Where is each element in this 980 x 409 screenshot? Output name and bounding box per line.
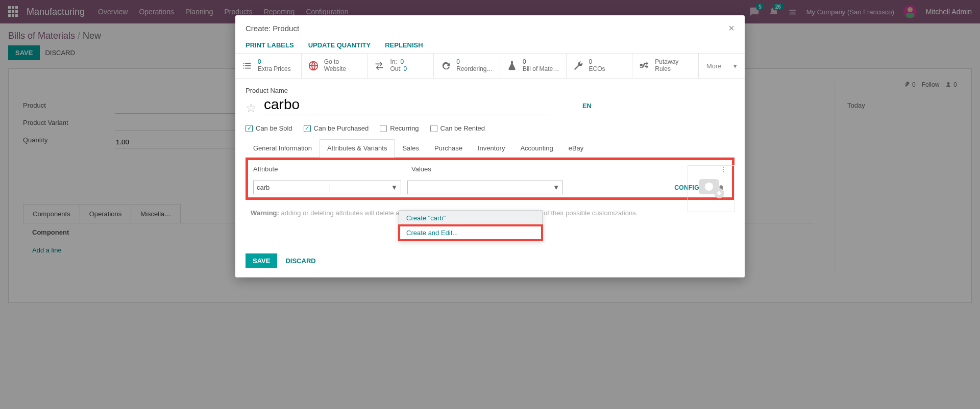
tab-general-info[interactable]: General Information xyxy=(246,139,320,157)
product-name-label: Product Name xyxy=(246,87,734,94)
create-product-modal: Create: Product × PRINT LABELS UPDATE QU… xyxy=(235,15,745,277)
chevron-down-icon: ▾ xyxy=(733,62,737,70)
check-recurring[interactable]: ✓Recurring xyxy=(380,124,419,132)
values-input[interactable]: ▼ xyxy=(407,181,563,194)
attribute-input[interactable]: carb ▼ xyxy=(253,181,401,194)
refresh-icon xyxy=(440,60,451,71)
tab-sales[interactable]: Sales xyxy=(395,139,427,157)
check-can-be-sold[interactable]: ✓Can be Sold xyxy=(246,124,292,132)
attribute-dropdown: Create "carb" Create and Edit... xyxy=(399,210,543,241)
stat-more[interactable]: More ▾ xyxy=(699,54,745,78)
check-can-be-rented[interactable]: ✓Can be Rented xyxy=(430,124,485,132)
dropdown-create-edit[interactable]: Create and Edit... xyxy=(399,225,542,240)
lang-indicator[interactable]: EN xyxy=(582,102,734,110)
stat-bom[interactable]: 0Bill of Mate… xyxy=(500,54,567,78)
favorite-star-icon[interactable]: ☆ xyxy=(246,101,257,115)
tab-accounting[interactable]: Accounting xyxy=(512,139,560,157)
stat-website[interactable]: Go toWebsite xyxy=(302,54,368,78)
modal-save-button[interactable]: SAVE xyxy=(246,253,277,268)
close-icon[interactable]: × xyxy=(728,22,734,34)
action-update-quantity[interactable]: UPDATE QUANTITY xyxy=(308,41,371,49)
stat-reordering[interactable]: 0Reordering… xyxy=(434,54,500,78)
modal-title: Create: Product xyxy=(246,24,299,33)
list-icon xyxy=(241,60,253,71)
stat-bar: 0Extra Prices Go toWebsite In: 0 Out: 0 … xyxy=(235,53,745,79)
dropdown-create[interactable]: Create "carb" xyxy=(399,211,542,225)
svg-point-4 xyxy=(705,183,713,191)
chevron-down-icon: ▼ xyxy=(553,184,559,191)
tab-inventory[interactable]: Inventory xyxy=(470,139,512,157)
attribute-table-highlight: Attribute Values ⋮ carb ▼ ▼ CONFIGURE xyxy=(246,158,734,200)
col-attribute: Attribute xyxy=(253,165,411,173)
modal-discard-button[interactable]: DISCARD xyxy=(285,253,315,268)
chevron-down-icon: ▼ xyxy=(391,184,398,191)
shuffle-icon xyxy=(639,60,650,71)
product-name-input[interactable] xyxy=(262,96,548,115)
col-values: Values xyxy=(411,165,720,173)
action-print-labels[interactable]: PRINT LABELS xyxy=(246,41,294,49)
flask-icon xyxy=(506,60,518,71)
product-image-placeholder[interactable] xyxy=(688,165,734,212)
globe-icon xyxy=(308,60,319,71)
wrench-icon xyxy=(573,60,584,71)
transfer-icon xyxy=(374,60,385,71)
stat-ecos[interactable]: 0ECOs xyxy=(567,54,633,78)
stat-inout[interactable]: In: 0 Out: 0 xyxy=(368,54,434,78)
tab-attributes-variants[interactable]: Attributes & Variants xyxy=(320,139,395,158)
stat-putaway[interactable]: PutawayRules xyxy=(632,54,699,78)
stat-extra-prices[interactable]: 0Extra Prices xyxy=(235,54,302,78)
action-replenish[interactable]: REPLENISH xyxy=(385,41,423,49)
check-can-be-purchased[interactable]: ✓Can be Purchased xyxy=(304,124,369,132)
tab-ebay[interactable]: eBay xyxy=(561,139,592,157)
tab-purchase[interactable]: Purchase xyxy=(427,139,470,157)
